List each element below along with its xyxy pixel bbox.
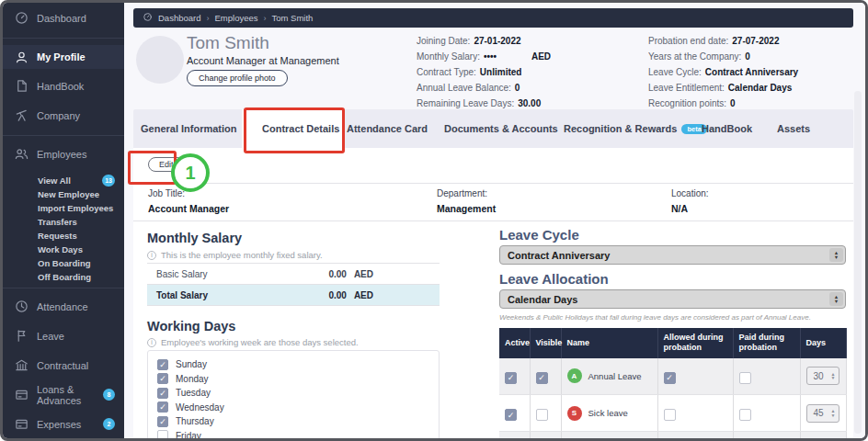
info-label: Recognition points: — [648, 98, 726, 108]
sidebar-item-new-employee[interactable]: New Employee — [3, 187, 124, 201]
sidebar-subitem-label: Import Employees — [38, 203, 113, 213]
stepper-arrows-icon: ▲▼ — [831, 372, 836, 380]
checkbox[interactable] — [157, 359, 168, 370]
day-label: Sunday — [176, 359, 207, 369]
tab-recognition-rewards[interactable]: Recognition & Rewardsbeta — [564, 109, 707, 148]
field-label: Job Title: — [148, 188, 229, 198]
telescope-icon — [15, 108, 29, 122]
breadcrumb: Dashboard › Employees › Tom Smith — [133, 8, 853, 28]
sidebar-item-label: My Profile — [37, 51, 86, 62]
salary-label: Basic Salary — [156, 269, 310, 279]
sidebar-subitem-label: View All — [38, 175, 71, 186]
sidebar-item-view-all[interactable]: View All 13 — [3, 174, 124, 187]
tab-documents-accounts[interactable]: Documents & Accounts — [444, 109, 558, 148]
sidebar-item-handbook[interactable]: HandBook — [3, 76, 124, 96]
visible-checkbox[interactable] — [536, 409, 548, 421]
salary-value: 0.00 — [310, 290, 347, 300]
sidebar-subitem-label: Transfers — [38, 217, 77, 227]
tab-assets[interactable]: Assets — [777, 109, 810, 148]
sidebar-item-requests[interactable]: Requests — [3, 229, 124, 243]
checkbox[interactable] — [157, 373, 168, 384]
working-days-title: Working Days — [147, 319, 235, 334]
day-label: Wednesday — [176, 402, 224, 413]
checkbox[interactable] — [157, 416, 168, 427]
days-value: 30 — [814, 371, 824, 381]
sidebar-item-employees[interactable]: Employees — [3, 144, 124, 164]
sidebar-item-label: Employees — [37, 149, 86, 160]
day-row-monday: Monday — [157, 372, 429, 387]
sidebar-item-expenses[interactable]: Expenses 2 — [3, 414, 124, 434]
sidebar-item-company[interactable]: Company — [3, 106, 124, 125]
day-row-thursday: Thursday — [157, 414, 429, 429]
visible-checkbox[interactable] — [536, 372, 548, 384]
leave-cycle-select[interactable]: Contract Anniversary ▲▼ — [499, 245, 846, 265]
checkbox[interactable] — [157, 401, 168, 413]
days-stepper[interactable]: 45▲▼ — [806, 404, 839, 423]
days-stepper[interactable]: 30▲▼ — [806, 367, 839, 385]
sidebar-item-loans-advances[interactable]: Loans & Advances 8 — [3, 385, 124, 404]
clock-icon — [15, 300, 29, 313]
leave-allocation-select[interactable]: Calendar Days ▲▼ — [499, 289, 846, 309]
info-label: Joining Date: — [417, 36, 470, 46]
active-checkbox[interactable] — [505, 409, 517, 421]
info-value: 30.00 — [518, 98, 541, 108]
app-window: Dashboard My Profile HandBook Company Em… — [0, 0, 868, 441]
checkbox[interactable] — [157, 388, 168, 399]
sidebar-item-transfers[interactable]: Transfers — [3, 215, 124, 229]
info-value: Contract Anniversary — [705, 67, 798, 77]
sidebar-item-leave[interactable]: Leave — [3, 326, 124, 345]
avatar — [136, 36, 184, 84]
breadcrumb-dashboard[interactable]: Dashboard — [158, 13, 200, 23]
sidebar-item-off-boarding[interactable]: Off Boarding — [3, 270, 124, 284]
user-icon — [15, 51, 29, 64]
profile-info-column-1: Joining Date:27-01-2022 Monthly Salary:•… — [417, 36, 646, 114]
tab-contract-details[interactable]: Contract Details — [262, 109, 339, 148]
divider — [3, 38, 124, 39]
sidebar-item-on-boarding[interactable]: On Boarding — [3, 256, 124, 270]
info-icon: i — [147, 338, 156, 347]
sidebar-item-label: Dashboard — [37, 13, 86, 24]
sidebar-item-attendance[interactable]: Attendance — [3, 297, 124, 316]
card-icon — [15, 417, 29, 431]
allowed-probation-checkbox[interactable] — [664, 409, 676, 421]
breadcrumb-employees[interactable]: Employees — [214, 13, 257, 23]
tab-attendance-card[interactable]: Attendance Card — [347, 109, 428, 148]
count-badge: 2 — [103, 418, 115, 430]
active-checkbox[interactable] — [505, 372, 517, 384]
breadcrumb-separator: › — [263, 14, 266, 23]
edit-button[interactable]: Edit — [148, 157, 185, 172]
document-icon — [15, 79, 29, 93]
sidebar-item-label: HandBook — [37, 81, 84, 92]
day-label: Tuesday — [176, 388, 211, 398]
allowed-probation-checkbox[interactable] — [664, 372, 676, 384]
tab-handbook[interactable]: HandBook — [702, 109, 752, 148]
sidebar-item-my-profile[interactable]: My Profile — [3, 45, 124, 69]
currency-label: AED — [354, 269, 373, 279]
tab-general-information[interactable]: General Information — [141, 109, 237, 148]
field-value: Management — [437, 203, 496, 214]
sidebar-item-dashboard[interactable]: Dashboard — [3, 8, 124, 28]
vertical-scrollbar[interactable] — [854, 91, 862, 434]
employee-role: Account Manager at Management — [187, 55, 339, 66]
paid-probation-checkbox[interactable] — [739, 372, 751, 384]
sidebar-item-work-days[interactable]: Work Days — [3, 243, 124, 256]
sidebar-item-label: Loans & Advances — [37, 384, 95, 406]
sidebar-subitem-label: New Employee — [38, 189, 99, 199]
breadcrumb-current: Tom Smith — [271, 13, 313, 23]
paid-probation-checkbox[interactable] — [739, 409, 751, 421]
sidebar-item-contractual[interactable]: Contractual — [3, 356, 124, 375]
col-header-paid: Paid during probation — [733, 328, 800, 358]
sidebar-item-label: Company — [37, 110, 80, 121]
salary-table: Basic Salary 0.00 AED Total Salary 0.00 … — [147, 263, 440, 306]
checkbox[interactable] — [157, 430, 168, 441]
change-profile-photo-button[interactable]: Change profile photo — [187, 70, 288, 86]
day-label: Thursday — [176, 416, 214, 426]
info-label: Remaining Leave Days: — [417, 98, 514, 108]
info-value: 27-07-2022 — [732, 36, 779, 46]
contract-details-panel: Edit Job Title: Account Manager Departme… — [133, 148, 853, 438]
salary-label: Total Salary — [156, 290, 310, 300]
sidebar-item-import-employees[interactable]: Import Employees — [3, 201, 124, 215]
table-row-sick-leave: SSick leave 45▲▼ — [499, 395, 846, 432]
info-label: Contract Type: — [417, 67, 476, 77]
info-label: Leave Entitlement: — [648, 83, 725, 93]
